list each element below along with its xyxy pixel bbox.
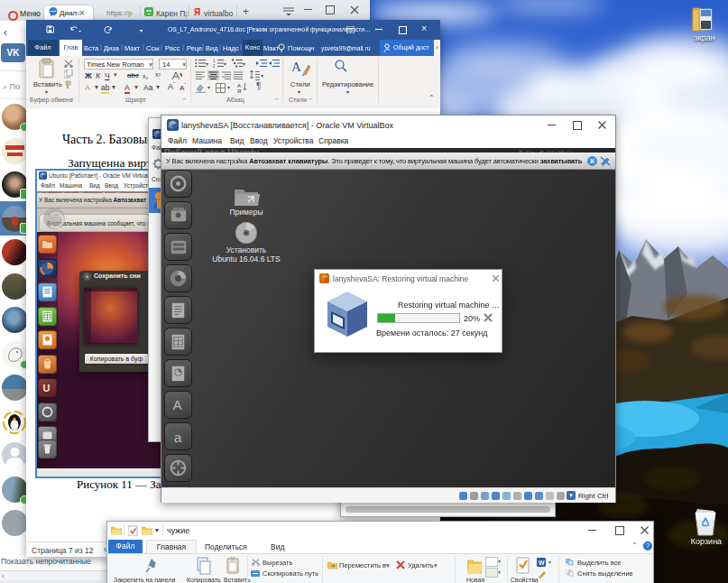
svg-text:2: 2 bbox=[213, 64, 216, 68]
svg-text:a: a bbox=[174, 430, 182, 445]
svg-text:W: W bbox=[539, 560, 545, 566]
svg-text:U: U bbox=[43, 383, 51, 393]
svg-text:1: 1 bbox=[213, 59, 216, 63]
svg-text:Я: Я bbox=[237, 88, 241, 93]
svg-text:A: A bbox=[173, 398, 182, 412]
